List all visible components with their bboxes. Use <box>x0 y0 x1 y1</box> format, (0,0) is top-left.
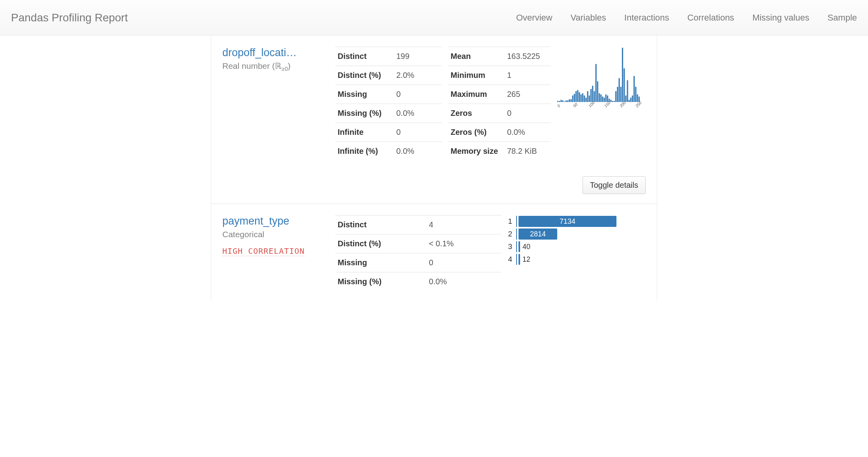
svg-rect-19 <box>589 96 590 102</box>
svg-rect-42 <box>627 80 628 102</box>
svg-rect-44 <box>630 98 631 102</box>
freq-value: 12 <box>520 254 530 265</box>
histogram-sparkline <box>557 47 640 102</box>
stats-key: Missing (%) <box>335 104 394 123</box>
freq-bar-wrap: 40 <box>517 241 646 252</box>
svg-rect-40 <box>624 68 625 102</box>
svg-rect-28 <box>604 98 605 102</box>
stats-value: < 0.1% <box>426 234 501 253</box>
stats-value: 2.0% <box>394 66 442 85</box>
stats-value: 199 <box>394 47 442 66</box>
svg-rect-25 <box>599 93 600 102</box>
svg-rect-17 <box>585 98 586 102</box>
stats-key: Distinct (%) <box>335 66 394 85</box>
stats-row: Zeros (%)0.0% <box>448 123 551 142</box>
svg-rect-33 <box>612 101 613 102</box>
nav-variables[interactable]: Variables <box>571 13 606 23</box>
stats-value: 163.5225 <box>505 47 551 66</box>
variable-type: Real number (ℝ≥0) <box>222 61 329 72</box>
svg-rect-5 <box>566 100 567 102</box>
stats-row: Minimum1 <box>448 66 551 85</box>
stats-row: Missing0 <box>335 85 442 104</box>
variable-name[interactable]: payment_type <box>222 215 329 227</box>
svg-rect-39 <box>622 48 623 102</box>
stats-key: Zeros (%) <box>448 123 505 142</box>
svg-rect-7 <box>569 99 570 102</box>
freq-bar-wrap: 12 <box>517 254 646 265</box>
svg-rect-21 <box>592 86 593 102</box>
svg-rect-11 <box>575 91 577 102</box>
stats-value: 0 <box>394 85 442 104</box>
stats-row: Distinct (%)2.0% <box>335 66 442 85</box>
variable-header: payment_type Categorical HIGH CORRELATIO… <box>222 215 329 291</box>
nav-sample[interactable]: Sample <box>827 13 857 23</box>
stats-row: Missing0 <box>335 253 501 272</box>
stats-value: 0 <box>394 123 442 142</box>
svg-rect-8 <box>571 99 572 102</box>
svg-rect-24 <box>597 81 598 102</box>
high-correlation-badge: HIGH CORRELATION <box>222 246 305 256</box>
svg-rect-37 <box>618 78 620 102</box>
svg-rect-29 <box>605 94 607 102</box>
freq-label: 3 <box>507 242 516 251</box>
svg-rect-12 <box>577 90 578 102</box>
svg-rect-43 <box>629 100 630 102</box>
stats-table-right: Mean163.5225Minimum1Maximum265Zeros0Zero… <box>448 47 551 161</box>
stats-row: Distinct199 <box>335 47 442 66</box>
freq-bar: 7134 <box>519 216 616 227</box>
toggle-details-button[interactable]: Toggle details <box>582 176 646 194</box>
svg-rect-16 <box>584 96 585 102</box>
freq-value: 40 <box>520 241 530 252</box>
navbar-title: Pandas Profiling Report <box>11 11 128 24</box>
svg-rect-35 <box>615 91 616 102</box>
freq-row: 17134 <box>507 215 646 228</box>
histogram-column: 050100150200250 <box>557 47 646 161</box>
freq-bar: 2814 <box>519 228 557 240</box>
stats-row: Maximum265 <box>448 85 551 104</box>
svg-rect-4 <box>564 102 565 102</box>
svg-rect-26 <box>600 94 601 102</box>
stats-key: Maximum <box>448 85 505 104</box>
stats-key: Distinct <box>335 47 394 66</box>
stats-key: Mean <box>448 47 505 66</box>
stats-value: 0.0% <box>394 104 442 123</box>
report-content: dropoff_locati… Real number (ℝ≥0) Distin… <box>211 36 657 300</box>
nav-interactions[interactable]: Interactions <box>624 13 669 23</box>
variable-dropoff-location: dropoff_locati… Real number (ℝ≥0) Distin… <box>211 36 657 204</box>
svg-rect-9 <box>572 96 573 102</box>
navbar-nav: Overview Variables Interactions Correlat… <box>516 13 857 23</box>
stats-value: 1 <box>505 66 551 85</box>
nav-missing-values[interactable]: Missing values <box>752 13 809 23</box>
svg-rect-2 <box>560 100 562 102</box>
svg-rect-48 <box>637 94 638 102</box>
variable-header: dropoff_locati… Real number (ℝ≥0) <box>222 47 329 161</box>
nav-correlations[interactable]: Correlations <box>688 13 735 23</box>
svg-rect-10 <box>574 94 575 102</box>
stats-value: 0.0% <box>505 123 551 142</box>
svg-rect-36 <box>617 87 618 102</box>
stats-value: 0 <box>426 253 501 272</box>
stats-row: Missing (%)0.0% <box>335 104 442 123</box>
stats-row: Zeros0 <box>448 104 551 123</box>
toggle-row: Toggle details <box>222 161 646 194</box>
freq-label: 2 <box>507 230 516 238</box>
stats-row: Distinct (%)< 0.1% <box>335 234 501 253</box>
freq-bar-wrap: 2814 <box>517 228 646 240</box>
stats-key: Infinite (%) <box>335 142 394 161</box>
stats-value: 0.0% <box>394 142 442 161</box>
stats-row: Infinite (%)0.0% <box>335 142 442 161</box>
svg-rect-1 <box>559 101 560 102</box>
svg-rect-13 <box>579 92 580 102</box>
svg-rect-41 <box>625 96 626 102</box>
nav-overview[interactable]: Overview <box>516 13 552 23</box>
stats-key: Minimum <box>448 66 505 85</box>
stats-row: Infinite0 <box>335 123 442 142</box>
svg-rect-20 <box>590 89 592 102</box>
freq-row: 22814 <box>507 228 646 240</box>
stats-key: Infinite <box>335 123 394 142</box>
svg-rect-22 <box>594 91 595 102</box>
variable-name[interactable]: dropoff_locati… <box>222 47 329 59</box>
stats-key: Distinct (%) <box>335 234 426 253</box>
stats-value: 265 <box>505 85 551 104</box>
svg-rect-32 <box>610 100 611 102</box>
